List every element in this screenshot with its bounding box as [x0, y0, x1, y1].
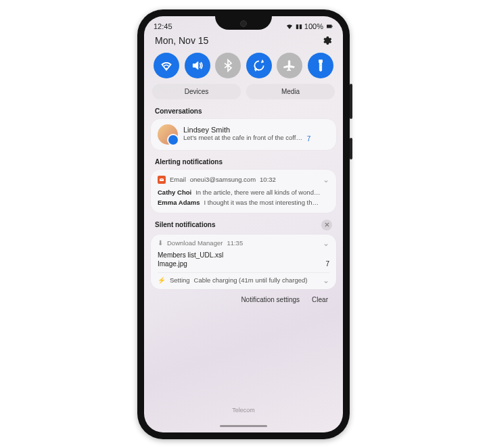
volume-button	[350, 84, 352, 119]
download-filename: Members list_UDL.xsl	[158, 251, 223, 259]
download-count: 7	[325, 260, 329, 268]
email-time: 10:32	[260, 176, 276, 183]
avatar	[158, 124, 178, 145]
dismiss-silent-button[interactable]	[321, 220, 332, 230]
download-filename: Image.jpg	[158, 260, 187, 268]
wifi-status-icon	[285, 22, 294, 30]
bolt-icon: ⚡	[158, 276, 166, 284]
camera-notch	[215, 16, 272, 30]
conversations-header: Conversations	[144, 105, 343, 118]
flashlight-icon	[314, 59, 327, 72]
wifi-icon	[160, 59, 173, 72]
media-tab[interactable]: Media	[246, 84, 335, 99]
airplane-toggle[interactable]	[277, 53, 302, 78]
charging-text: Cable charging (41m until fully charged)	[194, 276, 308, 284]
battery-pct: 100%	[304, 22, 323, 30]
conversation-name: Lindsey Smith	[183, 126, 329, 134]
mail-icon	[158, 176, 166, 184]
flashlight-toggle[interactable]	[308, 53, 333, 78]
email-app-label: Email	[170, 176, 186, 183]
signal-icon: ▮▮	[296, 23, 302, 30]
email-preview: I thought it was the most interesting th…	[204, 199, 319, 206]
svg-point-2	[166, 68, 168, 70]
email-sender: Cathy Choi	[158, 189, 191, 196]
rotate-toggle[interactable]	[246, 53, 272, 78]
email-notification[interactable]: Email oneui3@samsung.com 10:32 ⌄ Cathy C…	[151, 170, 336, 213]
gesture-handle[interactable]	[220, 425, 267, 427]
date-label: Mon, Nov 15	[155, 35, 208, 46]
screen: 12:45 ▮▮ 100% Mon, Nov 15 Devices Media …	[144, 16, 343, 432]
alerting-header: Alerting notifications	[144, 155, 343, 168]
conversation-preview: Let's meet at the cafe in front of the c…	[183, 134, 302, 141]
devices-tab[interactable]: Devices	[152, 84, 241, 99]
power-button	[350, 138, 352, 159]
phone-frame: 12:45 ▮▮ 100% Mon, Nov 15 Devices Media …	[137, 9, 350, 439]
settings-icon[interactable]	[321, 35, 332, 46]
download-manager-label: Download Manager	[167, 239, 223, 247]
wifi-toggle[interactable]	[154, 53, 179, 78]
email-preview: In the article, there were all kinds of …	[195, 189, 320, 196]
bluetooth-toggle[interactable]	[215, 53, 241, 78]
silent-notification-group: ⬇ Download Manager 11:35 ⌄ Members list_…	[151, 234, 336, 289]
charging-notification[interactable]: ⚡ Setting Cable charging (41m until full…	[158, 272, 329, 285]
silent-header: Silent notifications	[155, 221, 215, 228]
notification-settings-button[interactable]: Notification settings	[241, 296, 300, 303]
download-item[interactable]: Members list_UDL.xsl	[158, 251, 329, 259]
conversation-notification[interactable]: Lindsey Smith Let's meet at the cafe in …	[151, 119, 336, 150]
email-sender: Emma Adams	[158, 199, 200, 206]
download-icon: ⬇	[158, 239, 163, 247]
chevron-down-icon[interactable]: ⌄	[323, 276, 329, 285]
bluetooth-icon	[221, 59, 235, 72]
download-item[interactable]: Image.jpg 7	[158, 259, 329, 268]
conversation-count: 7	[304, 135, 311, 143]
battery-icon	[325, 22, 333, 30]
close-icon	[324, 222, 330, 228]
clock: 12:45	[154, 22, 172, 30]
setting-app-label: Setting	[170, 276, 190, 284]
clear-button[interactable]: Clear	[312, 296, 328, 303]
chevron-down-icon[interactable]: ⌄	[323, 239, 329, 248]
email-item[interactable]: Emma Adams I thought it was the most int…	[158, 197, 329, 207]
email-item[interactable]: Cathy Choi In the article, there were al…	[158, 187, 329, 197]
download-time: 11:35	[227, 239, 243, 247]
carrier-label: Telecom	[144, 407, 343, 414]
sound-icon	[191, 59, 204, 72]
email-from: oneui3@samsung.com	[190, 176, 256, 183]
svg-rect-1	[332, 26, 333, 27]
svg-point-3	[320, 65, 321, 66]
sound-toggle[interactable]	[185, 53, 210, 78]
chevron-down-icon[interactable]: ⌄	[323, 175, 329, 184]
svg-rect-0	[327, 24, 332, 28]
airplane-icon	[283, 59, 296, 72]
rotate-icon	[252, 59, 266, 72]
quick-settings-row	[144, 50, 343, 84]
